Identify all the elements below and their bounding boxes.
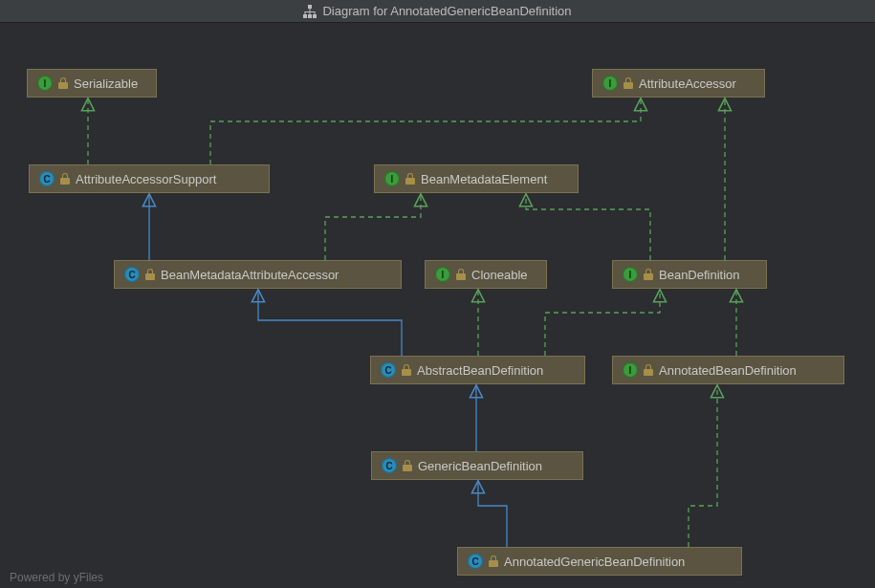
interface-icon: I <box>435 267 450 282</box>
edge-annGenericBD-genericBD <box>478 482 507 547</box>
svg-rect-8 <box>315 11 316 14</box>
interface-icon: I <box>623 267 638 282</box>
lock-icon <box>405 173 415 185</box>
lock-icon <box>145 269 155 280</box>
node-attribute-accessor-support[interactable]: C AttributeAccessorSupport <box>29 164 270 193</box>
node-label: GenericBeanDefinition <box>418 459 542 473</box>
lock-icon <box>58 77 68 89</box>
node-label: Serializable <box>74 76 138 91</box>
page-title: Diagram for AnnotatedGenericBeanDefiniti… <box>322 4 571 18</box>
node-bmaa[interactable]: C BeanMetadataAttributeAccessor <box>114 260 402 289</box>
svg-rect-2 <box>308 14 312 18</box>
edge-bmaa-beanMetaElement <box>325 195 421 260</box>
class-icon: C <box>381 362 396 378</box>
diagram-canvas[interactable]: I Serializable I AttributeAccessor C Att… <box>0 23 875 588</box>
svg-rect-0 <box>308 5 312 9</box>
node-bean-metadata-element[interactable]: I BeanMetadataElement <box>374 164 579 193</box>
interface-icon: I <box>384 171 400 186</box>
node-generic-bean-definition[interactable]: C GenericBeanDefinition <box>371 451 583 480</box>
node-label: BeanMetadataElement <box>421 172 547 186</box>
lock-icon <box>644 364 653 376</box>
lock-icon <box>456 269 466 280</box>
interface-icon: I <box>37 76 53 91</box>
svg-rect-7 <box>310 11 311 14</box>
node-bean-definition[interactable]: I BeanDefinition <box>612 260 767 289</box>
edge-annGenericBD-annotatedBD <box>689 386 717 547</box>
lock-icon <box>623 77 633 89</box>
class-icon: C <box>382 458 397 473</box>
lock-icon <box>60 173 70 185</box>
lock-icon <box>489 555 498 567</box>
class-icon: C <box>124 267 140 282</box>
powered-by-label: Powered by yFiles <box>10 571 103 584</box>
edge-attrAccSupport-attributeAccessor <box>210 99 641 164</box>
edge-abstractBD-bmaa <box>258 291 402 356</box>
lock-icon <box>403 460 412 471</box>
svg-rect-6 <box>305 11 306 14</box>
node-annotated-bean-definition[interactable]: I AnnotatedBeanDefinition <box>612 356 844 384</box>
node-label: AnnotatedGenericBeanDefinition <box>504 555 685 569</box>
node-serializable[interactable]: I Serializable <box>27 69 157 98</box>
node-annotated-generic-bean-definition[interactable]: C AnnotatedGenericBeanDefinition <box>457 547 742 576</box>
node-attribute-accessor[interactable]: I AttributeAccessor <box>592 69 765 98</box>
svg-rect-1 <box>303 14 307 18</box>
titlebar: Diagram for AnnotatedGenericBeanDefiniti… <box>0 0 875 23</box>
interface-icon: I <box>623 362 638 378</box>
edge-abstractBD-beanDefinition <box>545 291 660 356</box>
class-icon: C <box>468 554 483 569</box>
interface-icon: I <box>602 76 618 91</box>
svg-rect-3 <box>313 14 317 18</box>
node-label: BeanDefinition <box>659 268 740 282</box>
node-label: BeanMetadataAttributeAccessor <box>161 268 339 282</box>
node-label: AbstractBeanDefinition <box>417 363 543 378</box>
class-icon: C <box>39 171 55 186</box>
node-label: Cloneable <box>471 268 528 282</box>
node-abstract-bean-definition[interactable]: C AbstractBeanDefinition <box>370 356 585 384</box>
edge-beanDefinition-beanMetaElement <box>526 195 650 260</box>
edges-layer <box>0 23 875 588</box>
node-label: AttributeAccessor <box>639 76 736 91</box>
node-label: AttributeAccessorSupport <box>76 172 216 186</box>
hierarchy-icon <box>303 5 317 18</box>
lock-icon <box>402 364 411 376</box>
node-label: AnnotatedBeanDefinition <box>659 363 797 378</box>
node-cloneable[interactable]: I Cloneable <box>425 260 547 289</box>
lock-icon <box>644 269 653 280</box>
